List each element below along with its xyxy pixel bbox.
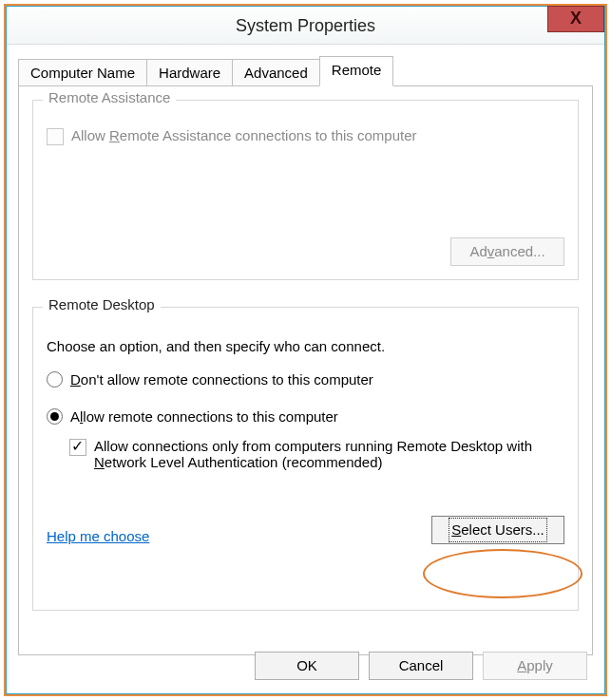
- radio-dont-allow-label: Don't allow remote connections to this c…: [70, 371, 373, 388]
- apply-button: Apply: [483, 652, 587, 680]
- radio-dont-allow-row[interactable]: Don't allow remote connections to this c…: [47, 371, 564, 388]
- dialog-button-row: OK Cancel Apply: [255, 652, 587, 680]
- radio-dont-allow[interactable]: [47, 371, 63, 388]
- group-remote-assistance-legend: Remote Assistance: [43, 89, 176, 105]
- group-remote-assistance: Remote Assistance Allow Remote Assistanc…: [32, 100, 579, 280]
- nla-row[interactable]: Allow connections only from computers ru…: [69, 438, 564, 470]
- annotation-ellipse: [423, 549, 582, 598]
- allow-remote-assistance-checkbox: [47, 128, 64, 145]
- tab-hardware[interactable]: Hardware: [146, 59, 233, 85]
- nla-checkbox[interactable]: [69, 439, 86, 456]
- window-title: System Properties: [7, 7, 604, 44]
- ok-button[interactable]: OK: [255, 652, 359, 680]
- cancel-button[interactable]: Cancel: [369, 652, 473, 680]
- tab-body-remote: Remote Assistance Allow Remote Assistanc…: [18, 86, 593, 655]
- help-me-choose-link[interactable]: Help me choose: [47, 528, 149, 544]
- tab-computer-name[interactable]: Computer Name: [18, 59, 147, 85]
- remote-desktop-intro: Choose an option, and then specify who c…: [47, 338, 564, 354]
- titlebar: System Properties X: [7, 7, 604, 45]
- radio-allow-row[interactable]: Allow remote connections to this compute…: [47, 408, 564, 425]
- close-button[interactable]: X: [547, 6, 604, 32]
- group-remote-desktop-legend: Remote Desktop: [43, 296, 161, 312]
- allow-remote-assistance-row: Allow Remote Assistance connections to t…: [47, 127, 564, 145]
- nla-label: Allow connections only from computers ru…: [94, 438, 550, 470]
- radio-allow[interactable]: [47, 408, 63, 425]
- tab-advanced[interactable]: Advanced: [232, 59, 320, 85]
- system-properties-window: System Properties X Computer Name Hardwa…: [6, 6, 605, 694]
- close-icon: X: [570, 9, 582, 28]
- radio-allow-label: Allow remote connections to this compute…: [70, 408, 338, 425]
- tab-strip: Computer Name Hardware Advanced Remote: [18, 56, 593, 86]
- select-users-button[interactable]: Select Users...: [431, 516, 564, 544]
- group-remote-desktop: Remote Desktop Choose an option, and the…: [32, 307, 579, 611]
- allow-remote-assistance-label: Allow Remote Assistance connections to t…: [71, 127, 417, 143]
- tab-remote[interactable]: Remote: [319, 56, 394, 86]
- remote-assistance-advanced-button: Advanced...: [450, 237, 564, 266]
